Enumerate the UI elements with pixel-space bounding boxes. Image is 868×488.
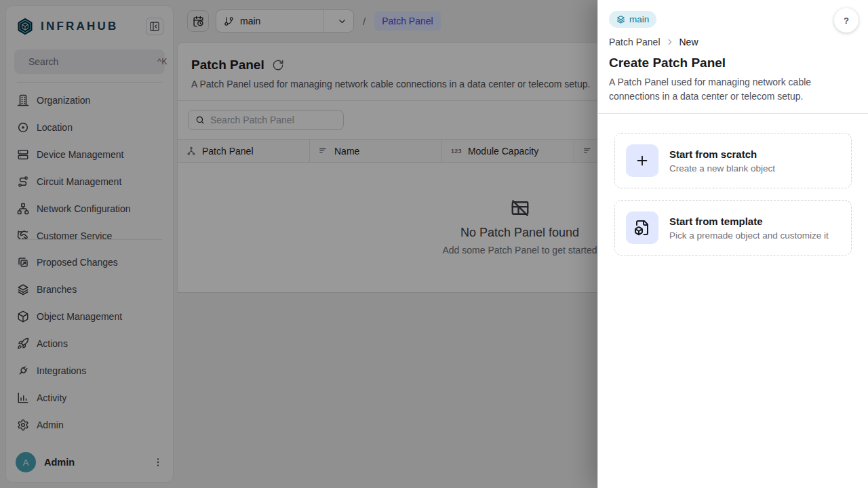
branch-badge-label: main (629, 14, 649, 24)
option-title: Start from scratch (669, 148, 775, 160)
start-from-scratch-card[interactable]: Start from scratch Create a new blank ob… (614, 133, 852, 188)
option-title: Start from template (669, 216, 829, 227)
breadcrumb-patch-panel[interactable]: Patch Panel (609, 37, 660, 47)
drawer-description: A Patch Panel used for managing network … (609, 75, 840, 103)
chevron-right-icon (665, 37, 675, 47)
layers-icon (616, 15, 625, 24)
drawer-breadcrumb: Patch Panel New (609, 37, 857, 47)
drawer-title: Create Patch Panel (609, 56, 857, 70)
create-drawer: ? main Patch Panel New Create Patch Pane… (597, 0, 868, 488)
option-subtitle: Create a new blank object (669, 163, 775, 174)
start-from-template-card[interactable]: Start from template Pick a premade objec… (614, 200, 852, 256)
branch-badge[interactable]: main (609, 11, 656, 28)
file-box-icon (626, 211, 658, 244)
option-subtitle: Pick a premade object and customize it (669, 230, 829, 241)
help-button[interactable]: ? (834, 8, 859, 33)
breadcrumb-new: New (679, 37, 698, 47)
plus-icon (626, 144, 658, 177)
